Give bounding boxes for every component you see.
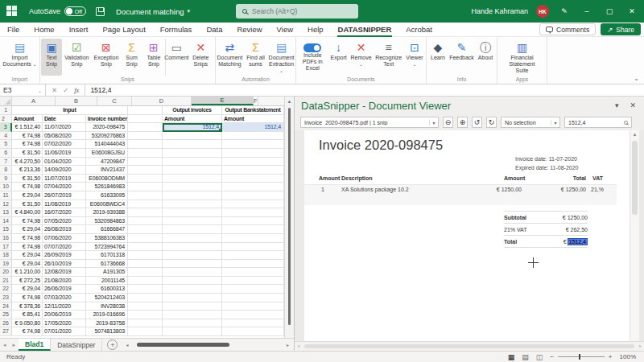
normal-view-icon[interactable]: ▦	[508, 353, 515, 361]
cell-date[interactable]: 07/06/2020	[43, 234, 86, 243]
cell-amount[interactable]: € 4.840,00	[12, 208, 43, 217]
cell-d[interactable]	[128, 208, 163, 217]
cell-invoice-number[interactable]: 2019-939388	[86, 208, 128, 217]
scroll-up-icon[interactable]: ▲	[630, 130, 639, 139]
cell-output-invoice-amount[interactable]	[163, 166, 222, 175]
cell-output-invoice-amount[interactable]	[163, 302, 222, 311]
cell-date[interactable]: 26/09/2019	[43, 251, 86, 260]
cell-d[interactable]	[128, 327, 163, 336]
ribbon-button[interactable]: ▣ Text Snip	[41, 39, 62, 76]
share-button[interactable]: ↗ Share	[601, 23, 641, 35]
cell-output-invoice-amount[interactable]	[163, 285, 222, 294]
ribbon-button[interactable]: ☑ Validation Snip	[62, 39, 92, 76]
cell-amount[interactable]: € 29,04	[12, 251, 43, 260]
zoom-level[interactable]: 100%	[620, 353, 636, 360]
cell-date[interactable]: 16/07/2020	[43, 208, 86, 217]
scrollbar-thumb[interactable]	[288, 108, 291, 325]
cell-d[interactable]	[128, 140, 163, 149]
cell-invoice-number[interactable]: 5140444043	[86, 140, 128, 149]
cell-output-bankstatement-amount[interactable]	[222, 294, 284, 302]
cell-d[interactable]	[128, 217, 163, 226]
ribbon-button[interactable]: ▤ Document Extraction	[268, 39, 295, 76]
cell-output-invoice-amount[interactable]: 1512,4	[163, 123, 222, 132]
cell-amount[interactable]: € 31,50	[12, 149, 43, 158]
row-number[interactable]: 13	[0, 208, 12, 217]
cell-output-invoice-amount[interactable]	[163, 191, 222, 200]
row-number[interactable]: 11	[0, 191, 12, 200]
zoom-slider[interactable]	[558, 356, 605, 357]
rotate-cw-button[interactable]: ↻	[486, 117, 497, 128]
cell-output-bankstatement-amount[interactable]	[222, 140, 284, 149]
cell-amount[interactable]: € 74,98	[12, 294, 43, 302]
cell-input-header[interactable]: Input	[12, 106, 128, 115]
cell-output-invoice-amount[interactable]	[163, 208, 222, 217]
cell-invoice-number[interactable]: 61736668	[86, 260, 128, 269]
ribbon-button[interactable]: ↓ Export	[328, 39, 349, 76]
document-viewport[interactable]: Invoice 2020-098475 Invoice date: 11-07-…	[295, 130, 644, 341]
cell-output-invoice-amount[interactable]	[163, 200, 222, 209]
row-number[interactable]: 16	[0, 234, 12, 243]
comments-button[interactable]: Comments	[539, 23, 596, 35]
zoom-slider-thumb[interactable]	[579, 354, 580, 360]
page-break-view-icon[interactable]: ◫	[536, 353, 543, 361]
cancel-icon[interactable]: ✕	[52, 86, 57, 94]
cell-output-invoice-amount[interactable]	[163, 319, 222, 328]
scrollbar-track[interactable]	[130, 342, 284, 348]
cell-output-invoice-amount[interactable]	[163, 140, 222, 149]
ribbon-tab[interactable]: View	[270, 23, 300, 37]
row-number[interactable]: 14	[0, 217, 12, 226]
sheet-nav-left-icon[interactable]: ◂	[0, 342, 10, 348]
cell-date[interactable]: 26/08/2019	[43, 225, 86, 234]
cell-amount[interactable]: € 74,98	[12, 243, 43, 252]
cell-d[interactable]	[128, 251, 163, 260]
scroll-right-icon[interactable]: ›	[636, 343, 644, 349]
row-number[interactable]: 17	[0, 243, 12, 252]
cell-date[interactable]: 07/03/2020	[43, 294, 86, 302]
cell-amount[interactable]: € 74,98	[12, 132, 43, 141]
maximize-button[interactable]: ▢	[602, 7, 617, 15]
panel-menu-icon[interactable]: ▾	[615, 101, 619, 109]
cell-invoice-number[interactable]: 5723994764	[86, 243, 128, 252]
ribbon-button[interactable]: ▭ Comment	[165, 39, 188, 76]
cell-d[interactable]	[128, 106, 163, 115]
row-number[interactable]: 2	[0, 115, 12, 124]
row-number[interactable]: 5	[0, 140, 12, 149]
column-header[interactable]: E	[192, 97, 254, 105]
sheet-nav-right-icon[interactable]: ▸	[10, 342, 19, 348]
panel-close-icon[interactable]: ✕	[630, 101, 636, 109]
ribbon-button[interactable]: ⇄ Document Matching	[217, 39, 243, 76]
cell-invoice-number[interactable]: 20011145	[86, 277, 128, 286]
cell-output-bankstatement-amount[interactable]	[222, 132, 284, 141]
cell-amount[interactable]: € 213,36	[12, 166, 43, 175]
zoom-in-button[interactable]: ⊕	[457, 117, 468, 128]
cell-output-bankstatement-amount[interactable]	[222, 285, 284, 294]
cell-amount[interactable]: € 4.270,50	[12, 158, 43, 167]
cell-amount[interactable]: € 272,25	[12, 277, 43, 286]
row-number[interactable]: 6	[0, 149, 12, 158]
cell-date[interactable]: 21/08/2020	[43, 277, 86, 286]
confirm-icon[interactable]: ✓	[63, 86, 68, 94]
cell-amount[interactable]: € 74,98	[12, 217, 43, 226]
workbook-title[interactable]: Document matching ▾	[116, 7, 190, 16]
cell-date[interactable]: 20/06/2019	[43, 311, 86, 319]
formula-input[interactable]	[85, 84, 644, 96]
ribbon-button[interactable]: ✕ Remove	[349, 39, 374, 76]
select-all-corner[interactable]	[0, 97, 12, 105]
cell-output-invoice-amount[interactable]	[163, 158, 222, 167]
cell-d[interactable]	[128, 294, 163, 302]
ribbon-button[interactable]: Include PDFs in Excel	[297, 39, 328, 76]
column-header[interactable]: D	[132, 97, 192, 105]
cell-amount[interactable]: € 74,98	[12, 234, 43, 243]
cell-amount[interactable]: € 1.210,00	[12, 268, 43, 277]
cell-output-bankstatement-amount[interactable]	[222, 268, 284, 277]
ribbon-tab[interactable]: Insert	[62, 23, 96, 37]
cell-date[interactable]: 07/02/2020	[43, 140, 86, 149]
cell-amount[interactable]: € 1.512,40	[12, 123, 43, 132]
cell-output-bankstatement-amount[interactable]	[222, 191, 284, 200]
cell-invoice-header[interactable]: Invoice number	[86, 115, 128, 124]
row-number[interactable]: 10	[0, 183, 12, 191]
cell-invoice-number[interactable]: 2019-016696	[86, 311, 128, 319]
ribbon-tab[interactable]: Data	[199, 23, 229, 37]
name-box-input[interactable]	[3, 86, 31, 94]
cell-date[interactable]: 26/07/2019	[43, 191, 86, 200]
